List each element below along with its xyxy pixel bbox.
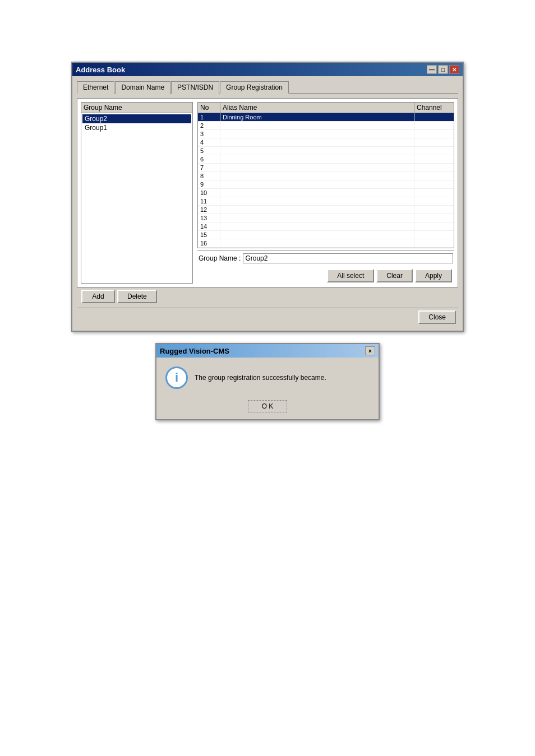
alias-row[interactable]: 6 — [198, 155, 454, 164]
alias-row-alias — [220, 197, 414, 205]
alias-row-channel — [414, 206, 454, 214]
alias-row-alias — [220, 239, 414, 247]
alias-row-no: 16 — [198, 239, 220, 247]
alias-row-channel — [414, 231, 454, 239]
alias-row-alias — [220, 172, 414, 180]
close-row: Close — [77, 308, 458, 326]
tab-group-registration[interactable]: Group Registration — [220, 81, 289, 94]
right-buttons: All select Clear Apply — [327, 269, 452, 282]
alias-row-alias — [220, 155, 414, 163]
tab-bar: Ethernet Domain Name PSTN/ISDN Group Reg… — [77, 81, 458, 94]
group-item[interactable]: Group2 — [82, 114, 191, 123]
alias-row-no: 11 — [198, 197, 220, 205]
alias-row-alias — [220, 164, 414, 171]
alias-table-header: No Alias Name Channel — [198, 103, 454, 113]
alias-row-alias — [220, 147, 414, 155]
alias-row-channel — [414, 222, 454, 230]
group-item[interactable]: Group1 — [82, 123, 191, 132]
alias-row-channel — [414, 122, 454, 129]
alias-row-alias — [220, 222, 414, 230]
alias-row[interactable]: 11 — [198, 197, 454, 206]
alias-row-no: 4 — [198, 138, 220, 146]
alias-row[interactable]: 3 — [198, 130, 454, 138]
tab-domain-name[interactable]: Domain Name — [115, 81, 170, 94]
alias-row-no: 12 — [198, 206, 220, 214]
window-body: Ethernet Domain Name PSTN/ISDN Group Reg… — [72, 76, 463, 331]
alias-row[interactable]: 1Dinning Room — [198, 113, 454, 122]
alias-row[interactable]: 5 — [198, 147, 454, 155]
alias-row[interactable]: 15 — [198, 231, 454, 239]
alias-row[interactable]: 8 — [198, 172, 454, 180]
title-bar: Address Book — □ ✕ — [72, 63, 463, 76]
all-select-button[interactable]: All select — [327, 269, 374, 282]
alias-row-no: 7 — [198, 164, 220, 171]
alias-row-no: 3 — [198, 130, 220, 138]
apply-button[interactable]: Apply — [415, 269, 452, 282]
alias-row[interactable]: 10 — [198, 189, 454, 197]
alias-row-channel — [414, 138, 454, 146]
alias-button-row: All select Clear Apply — [197, 266, 454, 284]
alias-row-alias — [220, 231, 414, 239]
alias-row-alias — [220, 122, 414, 129]
alias-row-channel — [414, 155, 454, 163]
alias-row-alias — [220, 214, 414, 222]
group-name-input[interactable] — [243, 253, 453, 263]
title-bar-buttons: — □ ✕ — [427, 65, 459, 74]
alias-row-alias — [220, 130, 414, 138]
dialog-footer: O K — [156, 398, 379, 419]
left-buttons — [200, 269, 325, 282]
alias-row[interactable]: 7 — [198, 164, 454, 172]
alias-row-channel — [414, 147, 454, 155]
alias-row-alias — [220, 180, 414, 188]
dialog-message: The group registration successfully beca… — [195, 374, 326, 382]
alias-row[interactable]: 12 — [198, 206, 454, 214]
alias-row-no: 13 — [198, 214, 220, 222]
alias-row-channel — [414, 113, 454, 121]
alias-row-channel — [414, 197, 454, 205]
add-button[interactable]: Add — [81, 290, 115, 303]
alias-row-no: 15 — [198, 231, 220, 239]
close-window-button[interactable]: ✕ — [449, 65, 459, 74]
alias-row-no: 14 — [198, 222, 220, 230]
alias-row[interactable]: 13 — [198, 214, 454, 222]
alias-row-no: 2 — [198, 122, 220, 129]
alias-row-no: 10 — [198, 189, 220, 197]
alias-row-channel — [414, 189, 454, 197]
alias-row[interactable]: 4 — [198, 138, 454, 147]
group-panel: Group Name Group2 Group1 — [81, 102, 193, 284]
window-title: Address Book — [76, 66, 125, 74]
alias-row[interactable]: 9 — [198, 180, 454, 189]
group-panel-header: Group Name — [81, 103, 192, 113]
alias-row-channel — [414, 239, 454, 247]
alias-panel: No Alias Name Channel 1Dinning Room23456… — [197, 102, 454, 284]
alias-row-no: 1 — [198, 113, 220, 121]
alias-row-no: 8 — [198, 172, 220, 180]
restore-button[interactable]: □ — [438, 65, 448, 74]
alias-row[interactable]: 2 — [198, 122, 454, 130]
ok-button[interactable]: O K — [248, 400, 288, 412]
tab-ethernet[interactable]: Ethernet — [77, 81, 114, 94]
alias-table: No Alias Name Channel 1Dinning Room23456… — [197, 102, 454, 248]
alias-row-channel — [414, 130, 454, 138]
alias-table-body: 1Dinning Room2345678910111213141516 — [198, 113, 454, 248]
header-no: No — [198, 103, 220, 113]
delete-button[interactable]: Delete — [117, 290, 157, 303]
group-list: Group2 Group1 — [81, 113, 192, 283]
dialog: Rugged Vision-CMS × i The group registra… — [155, 343, 380, 420]
dialog-close-button[interactable]: × — [365, 346, 375, 355]
alias-row-channel — [414, 180, 454, 188]
alias-row-channel — [414, 164, 454, 171]
close-button[interactable]: Close — [418, 310, 456, 324]
group-name-row: Group Name : — [197, 251, 454, 266]
clear-button[interactable]: Clear — [376, 269, 413, 282]
content-area: Group Name Group2 Group1 No Alias Name C… — [77, 98, 458, 287]
alias-row[interactable]: 14 — [198, 222, 454, 231]
minimize-button[interactable]: — — [427, 65, 437, 74]
alias-row-alias — [220, 189, 414, 197]
alias-row[interactable]: 16 — [198, 239, 454, 248]
dialog-title-bar: Rugged Vision-CMS × — [156, 344, 379, 358]
alias-row-alias — [220, 138, 414, 146]
header-alias: Alias Name — [220, 103, 414, 113]
alias-row-channel — [414, 172, 454, 180]
tab-pstn-isdn[interactable]: PSTN/ISDN — [171, 81, 219, 94]
